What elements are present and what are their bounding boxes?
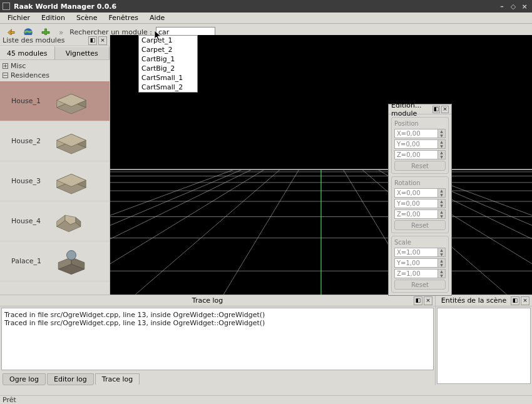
close-button[interactable]: × xyxy=(519,2,529,11)
numeric-field[interactable]: X=0,00 xyxy=(394,129,438,138)
list-item[interactable]: House_2 xyxy=(0,121,110,161)
module-list[interactable]: House_1House_2House_3House_4Palace_1 xyxy=(0,81,110,295)
list-item-label: House_1 xyxy=(0,97,46,105)
autocomplete-item[interactable]: Carpet_2 xyxy=(139,45,197,54)
autocomplete-item[interactable]: CartBig_1 xyxy=(139,54,197,64)
app-icon xyxy=(3,3,10,10)
entities-title: Entités de la scène xyxy=(441,296,506,305)
tab-ogre-log[interactable]: Ogre log xyxy=(3,373,46,385)
panel-undock-icon[interactable]: ◧ xyxy=(511,296,519,305)
spinner-icon[interactable]: ▲▼ xyxy=(438,139,446,149)
panel-close-icon[interactable]: × xyxy=(424,296,432,305)
spinner-icon[interactable]: ▲▼ xyxy=(438,188,446,198)
menu-scene[interactable]: Scène xyxy=(71,13,103,23)
trace-title: Trace log xyxy=(192,296,223,305)
panel-undock-icon[interactable]: ◧ xyxy=(414,296,422,305)
numeric-field[interactable]: X=1,00 xyxy=(394,248,438,257)
spinner-icon[interactable]: ▲▼ xyxy=(438,210,446,219)
list-item-label: Palace_1 xyxy=(0,257,46,265)
group-label: Position xyxy=(394,120,446,127)
trace-line: Traced in file src/OgreWidget.cpp, line … xyxy=(4,319,431,327)
tree-node-label: Residences xyxy=(11,71,49,79)
spinner-icon[interactable]: ▲▼ xyxy=(438,258,446,268)
edit-panel-header[interactable]: Edition... module ◧ × xyxy=(389,104,451,114)
menu-edition[interactable]: Edition xyxy=(36,13,70,23)
modules-tree: + Misc − Residences xyxy=(0,60,110,81)
trace-header: Trace log ◧ × xyxy=(0,295,435,306)
titlebar: Raak World Manager 0.0.6 – ◇ × xyxy=(0,0,532,13)
numeric-field[interactable]: Z=0,00 xyxy=(394,210,438,219)
group-label: Scale xyxy=(394,239,446,246)
edit-panel-title: Edition... module xyxy=(391,101,431,118)
maximize-button[interactable]: ◇ xyxy=(508,2,518,11)
numeric-field[interactable]: X=0,00 xyxy=(394,188,438,198)
numeric-field[interactable]: Y=1,00 xyxy=(394,258,438,268)
tab-thumbnails[interactable]: Vignettes xyxy=(55,46,110,59)
reset-button[interactable]: Reset xyxy=(394,220,446,230)
trace-line: Traced in file src/OgreWidget.cpp, line … xyxy=(4,311,431,319)
edit-group-rotation: RotationX=0,00▲▼Y=0,00▲▼Z=0,00▲▼Reset xyxy=(391,176,449,233)
list-item-label: House_2 xyxy=(0,137,46,145)
edit-group-scale: ScaleX=1,00▲▼Y=1,00▲▼Z=1,00▲▼Reset xyxy=(391,236,449,293)
panel-undock-icon[interactable]: ◧ xyxy=(432,106,440,113)
modules-panel-title: Liste des modules xyxy=(3,36,87,44)
tab-trace-log[interactable]: Trace log xyxy=(95,373,140,385)
minimize-button[interactable]: – xyxy=(497,2,507,11)
list-item[interactable]: House_1 xyxy=(0,81,110,121)
trace-panel: Trace log ◧ × Traced in file src/OgreWid… xyxy=(0,295,436,385)
log-tabs: Ogre log Editor log Trace log xyxy=(0,371,435,385)
panel-close-icon[interactable]: × xyxy=(98,36,107,45)
list-item[interactable]: Palace_1 xyxy=(0,241,110,281)
tree-node-residences[interactable]: − Residences xyxy=(3,71,107,80)
svg-rect-0 xyxy=(11,31,14,33)
list-item[interactable]: House_4 xyxy=(0,201,110,241)
tab-editor-log[interactable]: Editor log xyxy=(47,373,94,385)
spinner-icon[interactable]: ▲▼ xyxy=(438,269,446,278)
edit-group-position: PositionX=0,00▲▼Y=0,00▲▼Z=0,00▲▼Reset xyxy=(391,117,449,174)
building-thumbnail-icon xyxy=(46,244,96,279)
menubar: Fichier Edition Scène Fenêtres Aide xyxy=(0,13,532,24)
building-thumbnail-icon xyxy=(46,164,96,199)
panel-close-icon[interactable]: × xyxy=(441,106,449,113)
modules-tabs: 45 modules Vignettes xyxy=(0,46,110,60)
spinner-icon[interactable]: ▲▼ xyxy=(438,199,446,208)
reset-button[interactable]: Reset xyxy=(394,280,446,290)
building-thumbnail-icon xyxy=(46,124,96,159)
reset-button[interactable]: Reset xyxy=(394,161,446,171)
numeric-field[interactable]: Z=1,00 xyxy=(394,269,438,278)
spinner-icon[interactable]: ▲▼ xyxy=(438,248,446,257)
collapse-icon[interactable]: − xyxy=(3,73,8,78)
trace-log[interactable]: Traced in file src/OgreWidget.cpp, line … xyxy=(1,308,434,370)
menu-aide[interactable]: Aide xyxy=(145,13,170,23)
list-item[interactable]: House_3 xyxy=(0,161,110,201)
autocomplete-item[interactable]: CartBig_2 xyxy=(139,64,197,73)
numeric-field[interactable]: Y=0,00 xyxy=(394,199,438,208)
entities-list[interactable] xyxy=(437,308,531,384)
list-item-label: House_4 xyxy=(0,217,46,225)
spinner-icon[interactable]: ▲▼ xyxy=(438,150,446,159)
panel-close-icon[interactable]: × xyxy=(521,296,529,305)
autocomplete-item[interactable]: CartSmall_2 xyxy=(139,83,197,92)
menu-fichier[interactable]: Fichier xyxy=(3,13,35,23)
entities-panel: Entités de la scène ◧ × xyxy=(436,295,532,385)
spinner-icon[interactable]: ▲▼ xyxy=(438,129,446,138)
expand-icon[interactable]: + xyxy=(3,63,8,69)
autocomplete-item[interactable]: Carpet_1 xyxy=(139,36,197,45)
status-text: Prêt xyxy=(3,396,16,404)
tab-count[interactable]: 45 modules xyxy=(0,46,55,59)
numeric-field[interactable]: Z=0,00 xyxy=(394,150,438,159)
group-label: Rotation xyxy=(394,179,446,186)
panel-undock-icon[interactable]: ◧ xyxy=(88,36,97,45)
autocomplete-dropdown: Carpet_1 Carpet_2 CartBig_1 CartBig_2 Ca… xyxy=(138,35,198,93)
tree-node-label: Misc xyxy=(11,62,26,70)
autocomplete-item[interactable]: CartSmall_1 xyxy=(139,73,197,83)
menu-fenetres[interactable]: Fenêtres xyxy=(104,13,143,23)
edit-module-panel[interactable]: Edition... module ◧ × PositionX=0,00▲▼Y=… xyxy=(388,104,452,296)
svg-point-21 xyxy=(67,250,76,260)
tree-node-misc[interactable]: + Misc xyxy=(3,61,107,71)
modules-panel-header: Liste des modules ◧ × xyxy=(0,35,110,46)
statusbar: Prêt xyxy=(0,395,532,404)
building-thumbnail-icon xyxy=(46,84,96,119)
numeric-field[interactable]: Y=0,00 xyxy=(394,139,438,149)
window-title: Raak World Manager 0.0.6 xyxy=(14,3,116,11)
